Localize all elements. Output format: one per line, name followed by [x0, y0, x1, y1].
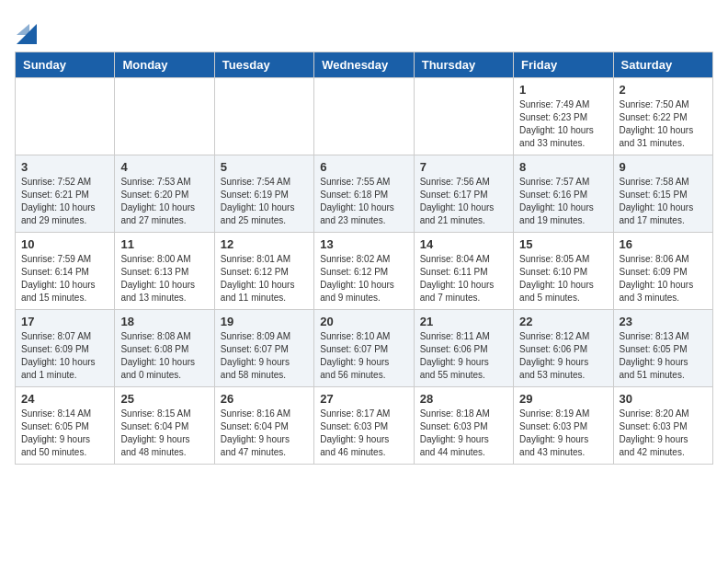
day-info: Sunrise: 7:56 AM Sunset: 6:17 PM Dayligh… [420, 176, 507, 227]
day-info: Sunrise: 8:05 AM Sunset: 6:10 PM Dayligh… [519, 253, 607, 304]
day-number: 26 [221, 392, 308, 406]
day-number: 19 [221, 315, 308, 328]
empty-cell [314, 78, 414, 155]
day-number: 22 [519, 315, 607, 328]
header [15, 15, 713, 44]
day-number: 14 [420, 237, 507, 251]
day-info: Sunrise: 8:17 AM Sunset: 6:03 PM Dayligh… [320, 408, 407, 459]
day-number: 25 [120, 392, 208, 406]
day-number: 28 [420, 392, 507, 406]
day-cell-24: 24Sunrise: 8:14 AM Sunset: 6:05 PM Dayli… [16, 387, 115, 465]
day-info: Sunrise: 8:00 AM Sunset: 6:13 PM Dayligh… [120, 253, 208, 304]
week-row-2: 3Sunrise: 7:52 AM Sunset: 6:21 PM Daylig… [16, 155, 713, 233]
day-cell-6: 6Sunrise: 7:55 AM Sunset: 6:18 PM Daylig… [314, 155, 414, 233]
weekday-header-friday: Friday [514, 52, 613, 78]
day-cell-28: 28Sunrise: 8:18 AM Sunset: 6:03 PM Dayli… [414, 387, 513, 465]
day-number: 8 [519, 160, 607, 174]
day-info: Sunrise: 7:50 AM Sunset: 6:22 PM Dayligh… [620, 98, 707, 150]
day-number: 30 [620, 392, 707, 406]
day-number: 24 [21, 392, 108, 406]
day-number: 10 [21, 237, 108, 251]
day-cell-22: 22Sunrise: 8:12 AM Sunset: 6:06 PM Dayli… [514, 310, 613, 387]
day-cell-25: 25Sunrise: 8:15 AM Sunset: 6:04 PM Dayli… [115, 387, 214, 465]
day-cell-21: 21Sunrise: 8:11 AM Sunset: 6:06 PM Dayli… [414, 310, 513, 387]
empty-cell [414, 78, 513, 155]
day-info: Sunrise: 7:59 AM Sunset: 6:14 PM Dayligh… [21, 253, 108, 304]
day-number: 20 [320, 315, 407, 328]
day-cell-4: 4Sunrise: 7:53 AM Sunset: 6:20 PM Daylig… [115, 155, 214, 233]
logo [15, 15, 37, 44]
day-number: 6 [320, 160, 407, 174]
day-number: 7 [420, 160, 507, 174]
day-info: Sunrise: 8:11 AM Sunset: 6:06 PM Dayligh… [420, 330, 507, 382]
day-cell-29: 29Sunrise: 8:19 AM Sunset: 6:03 PM Dayli… [514, 387, 613, 465]
day-info: Sunrise: 8:06 AM Sunset: 6:09 PM Dayligh… [620, 253, 707, 304]
day-info: Sunrise: 7:54 AM Sunset: 6:19 PM Dayligh… [221, 176, 308, 227]
day-cell-3: 3Sunrise: 7:52 AM Sunset: 6:21 PM Daylig… [16, 155, 115, 233]
day-number: 5 [221, 160, 308, 174]
day-number: 2 [620, 83, 707, 97]
week-row-5: 24Sunrise: 8:14 AM Sunset: 6:05 PM Dayli… [16, 387, 713, 465]
weekday-header-saturday: Saturday [613, 52, 712, 78]
day-number: 18 [120, 315, 208, 328]
day-cell-14: 14Sunrise: 8:04 AM Sunset: 6:11 PM Dayli… [414, 233, 513, 310]
day-number: 23 [620, 315, 707, 328]
day-info: Sunrise: 7:58 AM Sunset: 6:15 PM Dayligh… [620, 176, 707, 227]
week-row-1: 1Sunrise: 7:49 AM Sunset: 6:23 PM Daylig… [16, 78, 713, 155]
day-info: Sunrise: 7:52 AM Sunset: 6:21 PM Dayligh… [21, 176, 108, 227]
day-info: Sunrise: 7:53 AM Sunset: 6:20 PM Dayligh… [120, 176, 208, 227]
day-info: Sunrise: 8:12 AM Sunset: 6:06 PM Dayligh… [519, 330, 607, 382]
day-info: Sunrise: 8:02 AM Sunset: 6:12 PM Dayligh… [320, 253, 407, 304]
day-cell-12: 12Sunrise: 8:01 AM Sunset: 6:12 PM Dayli… [214, 233, 313, 310]
day-cell-2: 2Sunrise: 7:50 AM Sunset: 6:22 PM Daylig… [613, 78, 712, 155]
day-cell-7: 7Sunrise: 7:56 AM Sunset: 6:17 PM Daylig… [414, 155, 513, 233]
day-cell-27: 27Sunrise: 8:17 AM Sunset: 6:03 PM Dayli… [314, 387, 414, 465]
day-info: Sunrise: 8:07 AM Sunset: 6:09 PM Dayligh… [21, 330, 108, 382]
day-info: Sunrise: 7:55 AM Sunset: 6:18 PM Dayligh… [320, 176, 407, 227]
day-cell-15: 15Sunrise: 8:05 AM Sunset: 6:10 PM Dayli… [514, 233, 613, 310]
svg-marker-1 [17, 24, 29, 35]
day-cell-26: 26Sunrise: 8:16 AM Sunset: 6:04 PM Dayli… [214, 387, 313, 465]
day-info: Sunrise: 7:49 AM Sunset: 6:23 PM Dayligh… [519, 98, 607, 150]
day-info: Sunrise: 8:15 AM Sunset: 6:04 PM Dayligh… [120, 408, 208, 459]
day-cell-11: 11Sunrise: 8:00 AM Sunset: 6:13 PM Dayli… [115, 233, 214, 310]
day-cell-23: 23Sunrise: 8:13 AM Sunset: 6:05 PM Dayli… [613, 310, 712, 387]
day-number: 29 [519, 392, 607, 406]
day-number: 9 [620, 160, 707, 174]
day-cell-1: 1Sunrise: 7:49 AM Sunset: 6:23 PM Daylig… [514, 78, 613, 155]
logo-icon [17, 15, 37, 44]
day-cell-16: 16Sunrise: 8:06 AM Sunset: 6:09 PM Dayli… [613, 233, 712, 310]
weekday-header-row: SundayMondayTuesdayWednesdayThursdayFrid… [16, 52, 713, 78]
day-info: Sunrise: 8:04 AM Sunset: 6:11 PM Dayligh… [420, 253, 507, 304]
day-cell-19: 19Sunrise: 8:09 AM Sunset: 6:07 PM Dayli… [214, 310, 313, 387]
weekday-header-sunday: Sunday [16, 52, 115, 78]
day-cell-8: 8Sunrise: 7:57 AM Sunset: 6:16 PM Daylig… [514, 155, 613, 233]
empty-cell [115, 78, 214, 155]
day-number: 12 [221, 237, 308, 251]
day-number: 11 [120, 237, 208, 251]
calendar: SundayMondayTuesdayWednesdayThursdayFrid… [15, 52, 713, 465]
day-info: Sunrise: 8:19 AM Sunset: 6:03 PM Dayligh… [519, 408, 607, 459]
weekday-header-thursday: Thursday [414, 52, 513, 78]
day-cell-9: 9Sunrise: 7:58 AM Sunset: 6:15 PM Daylig… [613, 155, 712, 233]
day-cell-17: 17Sunrise: 8:07 AM Sunset: 6:09 PM Dayli… [16, 310, 115, 387]
empty-cell [214, 78, 313, 155]
day-number: 1 [519, 83, 607, 97]
day-cell-30: 30Sunrise: 8:20 AM Sunset: 6:03 PM Dayli… [613, 387, 712, 465]
day-info: Sunrise: 8:16 AM Sunset: 6:04 PM Dayligh… [221, 408, 308, 459]
day-number: 4 [120, 160, 208, 174]
weekday-header-wednesday: Wednesday [314, 52, 414, 78]
day-info: Sunrise: 8:13 AM Sunset: 6:05 PM Dayligh… [620, 330, 707, 382]
day-cell-13: 13Sunrise: 8:02 AM Sunset: 6:12 PM Dayli… [314, 233, 414, 310]
day-info: Sunrise: 8:09 AM Sunset: 6:07 PM Dayligh… [221, 330, 308, 382]
day-info: Sunrise: 8:18 AM Sunset: 6:03 PM Dayligh… [420, 408, 507, 459]
weekday-header-monday: Monday [115, 52, 214, 78]
week-row-4: 17Sunrise: 8:07 AM Sunset: 6:09 PM Dayli… [16, 310, 713, 387]
day-info: Sunrise: 7:57 AM Sunset: 6:16 PM Dayligh… [519, 176, 607, 227]
empty-cell [16, 78, 115, 155]
day-cell-18: 18Sunrise: 8:08 AM Sunset: 6:08 PM Dayli… [115, 310, 214, 387]
day-number: 16 [620, 237, 707, 251]
day-info: Sunrise: 8:01 AM Sunset: 6:12 PM Dayligh… [221, 253, 308, 304]
day-number: 13 [320, 237, 407, 251]
day-cell-20: 20Sunrise: 8:10 AM Sunset: 6:07 PM Dayli… [314, 310, 414, 387]
